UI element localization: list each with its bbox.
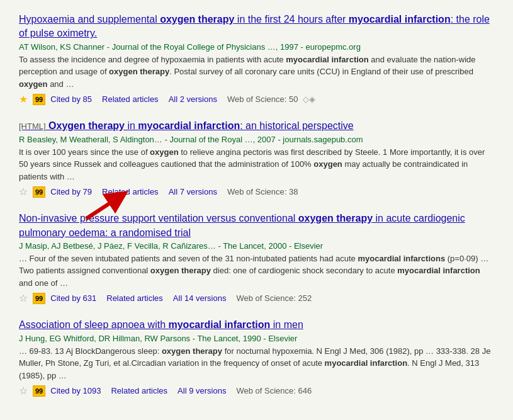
versions-2[interactable]: All 7 versions	[169, 187, 217, 196]
result-2-actions: ☆ 99 Cited by 79 Related articles All 7 …	[19, 186, 491, 198]
web-of-science-4: Web of Science: 646	[236, 386, 312, 395]
result-4-snippet: … 69-83. 13 Aj BlockDangerous sleep: oxy…	[19, 345, 491, 382]
result-2-title[interactable]: [HTML] Oxygen therapy in myocardial infa…	[19, 119, 491, 133]
result-1-snippet: To assess the incidence and degree of hy…	[19, 54, 491, 91]
result-3-actions: ☆ 99 Cited by 631 Related articles All 1…	[19, 292, 491, 304]
related-articles-1[interactable]: Related articles	[102, 94, 159, 104]
result-2-citation: R Beasley, M Weatherall, S Aldington… - …	[19, 135, 491, 144]
result-2-link[interactable]: [HTML] Oxygen therapy in myocardial infa…	[19, 120, 354, 131]
search-result-1: Hypoxaemia and supplemental oxygen thera…	[19, 13, 491, 105]
cited-by-1[interactable]: Cited by 85	[50, 94, 92, 104]
result-1-title[interactable]: Hypoxaemia and supplemental oxygen thera…	[19, 13, 491, 41]
result-1-citation: AT Wilson, KS Channer - Journal of the R…	[19, 42, 491, 52]
versions-4[interactable]: All 9 versions	[178, 386, 226, 395]
cite-badge-4[interactable]: 99	[33, 385, 45, 397]
result-4-citation: J Hung, EG Whitford, DR Hillman, RW Pars…	[19, 334, 491, 343]
related-articles-2[interactable]: Related articles	[102, 187, 159, 196]
search-result-3: Non-invasive pressure support ventilatio…	[19, 212, 491, 304]
extra-icon-1: ◇◈	[303, 94, 315, 104]
result-4-link[interactable]: Association of sleep apnoea with myocard…	[19, 319, 303, 330]
result-3-snippet: … Four of the seven intubated patients a…	[19, 253, 491, 290]
result-2-snippet: It is over 100 years since the use of ox…	[19, 146, 491, 183]
result-1-actions: ★ 99 Cited by 85 Related articles All 2 …	[19, 93, 491, 105]
result-1-link[interactable]: Hypoxaemia and supplemental oxygen thera…	[19, 14, 490, 38]
star-icon-empty-3[interactable]: ☆	[19, 292, 28, 304]
related-articles-4[interactable]: Related articles	[111, 386, 167, 395]
web-of-science-3: Web of Science: 252	[236, 293, 312, 303]
star-icon-filled[interactable]: ★	[19, 93, 28, 105]
result-3-title[interactable]: Non-invasive pressure support ventilatio…	[19, 212, 491, 240]
cited-by-2[interactable]: Cited by 79	[50, 187, 92, 196]
cite-badge-3[interactable]: 99	[33, 293, 45, 304]
web-of-science-2: Web of Science: 38	[227, 187, 298, 196]
result-4-actions: ☆ 99 Cited by 1093 Related articles All …	[19, 385, 491, 397]
cite-badge-1[interactable]: 99	[33, 94, 45, 105]
versions-1[interactable]: All 2 versions	[169, 94, 217, 104]
result-3-citation: J Masip, AJ Betbesé, J Páez, F Vecilla, …	[19, 241, 491, 251]
versions-3[interactable]: All 14 versions	[173, 293, 227, 303]
cited-by-4[interactable]: Cited by 1093	[50, 386, 101, 395]
cite-badge-2[interactable]: 99	[33, 186, 45, 198]
search-result-2: [HTML] Oxygen therapy in myocardial infa…	[19, 119, 491, 198]
star-icon-empty-2[interactable]: ☆	[19, 186, 28, 198]
web-of-science-1: Web of Science: 50	[227, 94, 298, 104]
result-4-title[interactable]: Association of sleep apnoea with myocard…	[19, 318, 491, 332]
related-articles-3[interactable]: Related articles	[106, 293, 163, 303]
star-icon-empty-4[interactable]: ☆	[19, 385, 28, 397]
result-3-link[interactable]: Non-invasive pressure support ventilatio…	[19, 213, 465, 237]
cited-by-3[interactable]: Cited by 631	[50, 293, 96, 303]
search-result-4: Association of sleep apnoea with myocard…	[19, 318, 491, 397]
